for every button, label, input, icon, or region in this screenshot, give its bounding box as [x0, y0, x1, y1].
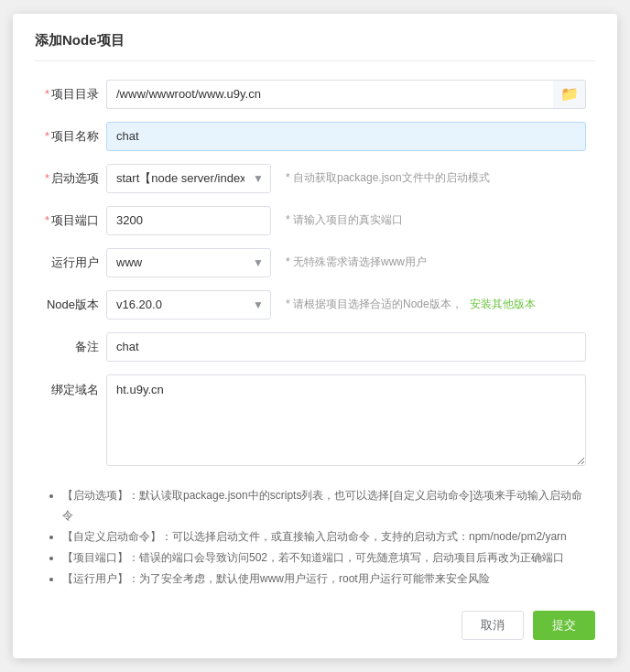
run-user-row: 运行用户 www ▼ * 无特殊需求请选择www用户 — [44, 248, 586, 277]
remark-control — [106, 332, 586, 362]
startup-select-wrap: start【node server/index.js】 ▼ — [106, 164, 271, 193]
startup-option-row: *启动选项 start【node server/index.js】 ▼ * 自动… — [44, 164, 586, 193]
startup-option-control: start【node server/index.js】 ▼ * 自动获取pack… — [106, 164, 586, 193]
required-star-2: * — [45, 129, 49, 143]
project-dir-row: *项目目录 📁 — [44, 80, 586, 109]
project-name-control — [106, 122, 586, 151]
bind-domain-textarea[interactable] — [106, 374, 586, 466]
project-port-hint: * 请输入项目的真实端口 — [286, 212, 403, 228]
node-version-control: v16.20.0 ▼ * 请根据项目选择合适的Node版本， 安装其他版本 — [106, 290, 586, 320]
note-item-1: 【启动选项】：默认读取package.json中的scripts列表，也可以选择… — [62, 485, 586, 527]
run-user-select-wrap: www ▼ — [106, 248, 271, 277]
node-version-select[interactable]: v16.20.0 — [106, 290, 271, 320]
node-version-row: Node版本 v16.20.0 ▼ * 请根据项目选择合适的Node版本， 安装… — [44, 290, 586, 320]
project-port-input[interactable] — [106, 206, 271, 235]
remark-row: 备注 — [44, 332, 586, 362]
node-version-select-wrap: v16.20.0 ▼ — [106, 290, 271, 320]
startup-option-label: *启动选项 — [44, 170, 106, 187]
project-port-row: *项目端口 * 请输入项目的真实端口 — [44, 206, 586, 235]
note-item-4: 【运行用户】：为了安全考虑，默认使用www用户运行，root用户运行可能带来安全… — [62, 569, 586, 590]
run-user-control: www ▼ * 无特殊需求请选择www用户 — [106, 248, 586, 277]
bind-domain-label: 绑定域名 — [44, 374, 106, 398]
required-star-4: * — [45, 213, 49, 227]
project-dir-control: 📁 — [106, 80, 586, 109]
project-dir-input[interactable] — [106, 80, 553, 109]
dialog-footer: 取消 提交 — [35, 598, 595, 640]
project-name-input[interactable] — [106, 122, 586, 151]
notes-section: 【启动选项】：默认读取package.json中的scripts列表，也可以选择… — [35, 485, 595, 590]
run-user-select[interactable]: www — [106, 248, 271, 277]
project-port-label: *项目端口 — [44, 212, 106, 229]
cancel-button[interactable]: 取消 — [462, 611, 524, 640]
project-name-row: *项目名称 — [44, 122, 586, 151]
startup-option-select[interactable]: start【node server/index.js】 — [106, 164, 271, 193]
bind-domain-control — [106, 374, 586, 469]
install-other-version-link[interactable]: 安装其他版本 — [470, 297, 536, 312]
run-user-label: 运行用户 — [44, 255, 106, 271]
startup-option-hint: * 自动获取package.json文件中的启动模式 — [286, 170, 490, 186]
node-version-hint: * 请根据项目选择合适的Node版本， — [286, 297, 462, 312]
required-star-3: * — [45, 171, 49, 185]
note-item-2: 【自定义启动命令】：可以选择启动文件，或直接输入启动命令，支持的启动方式：npm… — [62, 526, 586, 547]
project-dir-input-wrap: 📁 — [106, 80, 586, 109]
node-version-label: Node版本 — [44, 297, 106, 313]
run-user-hint: * 无特殊需求请选择www用户 — [286, 255, 427, 270]
remark-label: 备注 — [44, 339, 106, 355]
project-port-control: * 请输入项目的真实端口 — [106, 206, 586, 235]
project-dir-label: *项目目录 — [44, 86, 106, 103]
form-section: *项目目录 📁 *项目名称 *启动选项 — [35, 80, 595, 469]
required-star: * — [45, 87, 49, 101]
dialog-title: 添加Node项目 — [35, 32, 595, 61]
project-name-label: *项目名称 — [44, 128, 106, 145]
folder-browse-button[interactable]: 📁 — [553, 80, 586, 109]
add-node-dialog: 添加Node项目 *项目目录 📁 *项目名称 — [13, 14, 617, 659]
notes-list: 【启动选项】：默认读取package.json中的scripts列表，也可以选择… — [44, 485, 586, 590]
note-item-3: 【项目端口】：错误的端口会导致访问502，若不知道端口，可先随意填写，启动项目后… — [62, 547, 586, 569]
bind-domain-textarea-wrap — [106, 374, 586, 469]
bind-domain-row: 绑定域名 — [44, 374, 586, 469]
submit-button[interactable]: 提交 — [533, 611, 595, 640]
remark-input[interactable] — [106, 332, 586, 362]
